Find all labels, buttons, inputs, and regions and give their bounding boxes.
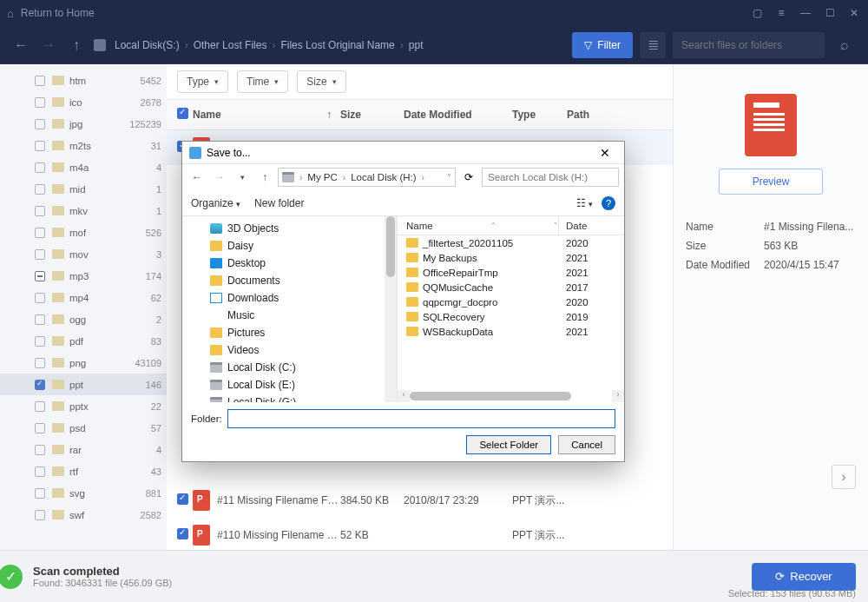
checkbox[interactable] <box>35 466 45 477</box>
sidebar-item[interactable]: ico2678 <box>0 91 167 113</box>
tree-item[interactable]: Desktop <box>182 255 397 272</box>
filter-button[interactable]: ▽ Filter <box>572 32 633 58</box>
checkbox[interactable] <box>35 510 45 520</box>
sidebar-item[interactable]: m4a4 <box>0 156 167 178</box>
crumb-disk[interactable]: Local Disk(S:) <box>115 39 180 51</box>
sidebar-item[interactable]: mof526 <box>0 222 167 243</box>
home-icon[interactable]: ⌂ <box>7 7 14 20</box>
col-type[interactable]: Type <box>512 109 567 121</box>
checkbox[interactable] <box>35 184 45 195</box>
layout-icon[interactable]: ▢ <box>750 6 764 20</box>
sidebar-item[interactable]: mid1 <box>0 178 167 200</box>
minimize-icon[interactable]: — <box>799 6 812 20</box>
list-item[interactable]: QQMusicCache2017 <box>398 280 624 294</box>
col-date[interactable]: Date Modified <box>404 109 512 121</box>
tree-item[interactable]: Videos <box>182 341 397 359</box>
sidebar-item[interactable]: htm5452 <box>0 69 167 91</box>
horizontal-scrollbar[interactable]: ‹› <box>398 390 624 402</box>
tree-item[interactable]: Daisy <box>182 237 397 255</box>
close-icon[interactable]: ✕ <box>847 6 861 20</box>
dlg-up-icon[interactable]: ↑ <box>255 168 274 187</box>
sidebar-item[interactable]: mov3 <box>0 243 167 265</box>
sidebar-item[interactable]: m2ts31 <box>0 135 167 156</box>
list-item[interactable]: OfficeRepairTmp2021 <box>398 265 624 280</box>
checkbox[interactable] <box>35 249 45 260</box>
maximize-icon[interactable]: ☐ <box>823 6 837 20</box>
list-item[interactable]: My Backups2021 <box>398 250 624 265</box>
sidebar-item[interactable]: psd57 <box>0 417 167 439</box>
folder-name-input[interactable] <box>227 409 615 428</box>
path-mypc[interactable]: My PC <box>307 172 338 182</box>
tree-scrollbar[interactable] <box>385 216 397 402</box>
dialog-close-icon[interactable]: ✕ <box>593 144 617 162</box>
checkbox[interactable] <box>35 358 45 368</box>
sidebar-item[interactable]: pdf83 <box>0 330 167 352</box>
sidebar-tree[interactable]: htm5452ico2678jpg125239m2ts31m4a4mid1mkv… <box>0 64 167 550</box>
checkbox[interactable] <box>35 228 45 238</box>
checkbox[interactable] <box>35 162 45 173</box>
table-row[interactable]: #110 Missing Filename File.ppt52 KBPPT 演… <box>167 518 673 550</box>
sidebar-item[interactable]: rtf43 <box>0 460 167 482</box>
sidebar-item[interactable]: ogg2 <box>0 308 167 330</box>
sidebar-item[interactable]: ppt146 <box>0 374 167 395</box>
path-disk[interactable]: Local Disk (H:) <box>351 172 416 182</box>
checkbox[interactable] <box>35 488 45 499</box>
col-path[interactable]: Path <box>567 109 673 121</box>
checkbox[interactable] <box>35 336 45 347</box>
recover-button[interactable]: ⟳ Recover <box>752 563 856 591</box>
view-list-icon[interactable]: ≣ <box>640 32 666 58</box>
dlg-recent-icon[interactable]: ▾ <box>233 168 252 187</box>
filter-size-dropdown[interactable]: Size▾ <box>297 70 345 93</box>
checkbox[interactable] <box>35 401 45 412</box>
address-dropdown-icon[interactable]: ˅ <box>447 173 451 182</box>
refresh-icon[interactable]: ⟳ <box>459 168 478 187</box>
tree-item[interactable]: Local Disk (E:) <box>182 376 397 394</box>
sidebar-item[interactable]: mkv1 <box>0 200 167 222</box>
checkbox[interactable] <box>35 380 45 390</box>
checkbox[interactable] <box>35 314 45 325</box>
new-folder-button[interactable]: New folder <box>254 197 304 209</box>
dlg-search-input[interactable] <box>482 168 619 187</box>
tree-item[interactable]: Documents <box>182 272 397 289</box>
table-row[interactable]: #11 Missing Filename File.ppt384.50 KB20… <box>167 483 673 518</box>
preview-button[interactable]: Preview <box>719 169 823 195</box>
sidebar-item[interactable]: svg881 <box>0 482 167 504</box>
checkbox[interactable] <box>35 293 45 303</box>
checkbox[interactable] <box>35 119 45 129</box>
sidebar-item[interactable]: mp462 <box>0 287 167 308</box>
search-icon[interactable]: ⌕ <box>832 32 858 58</box>
crumb-1[interactable]: Other Lost Files <box>194 39 267 51</box>
sidebar-item[interactable]: pptx22 <box>0 395 167 417</box>
crumb-3[interactable]: ppt <box>409 39 424 51</box>
organize-dropdown[interactable]: Organize ▾ <box>191 197 240 209</box>
checkbox[interactable] <box>35 141 45 151</box>
sidebar-item[interactable]: jpg125239 <box>0 113 167 135</box>
select-folder-button[interactable]: Select Folder <box>466 435 551 454</box>
list-item[interactable]: SQLRecovery2019 <box>398 309 624 324</box>
checkbox[interactable] <box>35 423 45 433</box>
sidebar-item[interactable]: png43109 <box>0 352 167 374</box>
checkbox[interactable] <box>35 206 45 216</box>
sidebar-item[interactable]: mp3174 <box>0 265 167 287</box>
tree-item[interactable]: Music <box>182 307 397 324</box>
dlg-address-bar[interactable]: › My PC › Local Disk (H:) › ˅ <box>278 168 456 187</box>
sidebar-item[interactable]: rar4 <box>0 439 167 460</box>
tree-item[interactable]: 3D Objects <box>182 220 397 237</box>
checkbox[interactable] <box>35 445 45 455</box>
checkbox[interactable] <box>35 97 45 108</box>
tree-item[interactable]: Downloads <box>182 289 397 307</box>
row-checkbox[interactable] <box>177 493 188 505</box>
up-icon[interactable]: ↑ <box>66 35 87 56</box>
filter-time-dropdown[interactable]: Time▾ <box>237 70 288 93</box>
dlg-col-date[interactable]: Date <box>559 216 624 235</box>
next-file-icon[interactable]: › <box>832 465 856 489</box>
help-icon[interactable]: ? <box>602 196 615 210</box>
list-item[interactable]: qqpcmgr_docpro2020 <box>398 294 624 309</box>
menu-icon[interactable]: ≡ <box>774 6 788 20</box>
dlg-col-name[interactable]: Name⌃˅ <box>398 216 559 235</box>
dialog-list-body[interactable]: _filtertest_202011052020My Backups2021Of… <box>398 235 624 390</box>
crumb-2[interactable]: Files Lost Original Name <box>280 39 394 51</box>
row-checkbox[interactable] <box>177 528 188 539</box>
tree-item[interactable]: Pictures <box>182 324 397 341</box>
select-all-checkbox[interactable] <box>177 108 188 119</box>
